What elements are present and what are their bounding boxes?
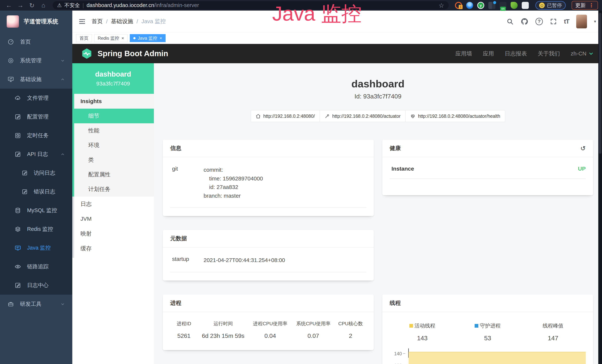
tab-home[interactable]: 首页 <box>76 34 92 42</box>
sba-nav-applications[interactable]: 应用 <box>483 50 494 57</box>
browser-home-icon[interactable]: ⌂ <box>39 2 48 9</box>
tab-java-monitor[interactable]: Java 监控 × <box>130 34 166 42</box>
sidebar-item-log-center[interactable]: 日志中心 <box>0 276 72 295</box>
threads-card-title: 线程 <box>390 299 401 307</box>
system-cpu: 0.07 <box>292 332 335 339</box>
help-icon[interactable]: ? <box>536 18 543 25</box>
metadata-row-label: startup <box>170 256 204 265</box>
sba-brand[interactable]: Spring Boot Admin <box>81 48 168 60</box>
sidebar-item-api-log[interactable]: API 日志 <box>0 145 72 163</box>
chevron-down-icon <box>60 58 65 63</box>
live-threads-area-series <box>409 352 586 364</box>
extension-pin-icon[interactable] <box>466 2 473 9</box>
hamburger-icon[interactable] <box>78 18 86 25</box>
sidebar-item-mysql[interactable]: MySQL 监控 <box>0 201 72 220</box>
page-scrollbar-thumb[interactable] <box>599 13 602 154</box>
browser-back-icon[interactable]: ← <box>4 2 14 9</box>
fullscreen-icon[interactable] <box>550 18 557 25</box>
process-table: 进程ID 运行时间 进程CPU使用率 系统CPU使用率 CPU核心数 5261 … <box>170 321 366 339</box>
status-badge: UP <box>578 166 586 172</box>
browser-menu-kebab-icon[interactable]: ⋮ <box>589 2 594 9</box>
close-icon[interactable]: × <box>121 36 124 40</box>
browser-reload-icon[interactable]: ↻ <box>27 2 37 9</box>
sidebar-item-access-log[interactable]: 访问日志 <box>0 163 72 182</box>
extension-y-icon[interactable]: y <box>477 2 484 9</box>
process-card-title: 进程 <box>170 299 181 307</box>
yellow-legend-swatch <box>409 324 413 328</box>
sidebar-item-system[interactable]: 系统管理 <box>0 51 72 70</box>
app-logo: 芋道管理系统 <box>0 11 72 32</box>
cpu-cores: 2 <box>335 332 366 339</box>
blue-legend-swatch <box>475 324 478 328</box>
screen: ← → ↻ ⌂ ⚠ 不安全 | dashboard.yudao.iocoder.… <box>0 0 602 364</box>
extension-c-icon[interactable]: 1 <box>455 2 462 9</box>
user-caret-icon[interactable]: ▾ <box>594 19 596 24</box>
breadcrumb-separator: / <box>137 18 138 25</box>
address-bar[interactable]: ⚠ 不安全 | dashboard.yudao.iocoder.cn/infra… <box>53 1 449 10</box>
close-icon[interactable]: × <box>160 36 162 40</box>
threads-legend: 活动线程 143 守护进程 53 线程峰值 <box>390 322 586 342</box>
sba-nav-about[interactable]: 关于我们 <box>538 50 560 57</box>
sidebar-item-infra[interactable]: 基础设施 <box>0 70 72 89</box>
breadcrumb-current: Java 监控 <box>141 18 166 25</box>
endpoint-health-link[interactable]: http://192.168.0.2:48080/actuator/health <box>405 110 505 122</box>
admin-sidebar: 芋道管理系统 首页 系统管理 基础设施 文件管理 <box>0 11 72 364</box>
user-avatar[interactable] <box>576 15 587 28</box>
sba-navbar: Spring Boot Admin 应用墙 应用 日志报表 关于我们 zh-CN <box>72 44 602 63</box>
spring-boot-admin: Spring Boot Admin 应用墙 应用 日志报表 关于我们 zh-CN <box>72 44 602 364</box>
sidebar-item-tracing[interactable]: 链路追踪 <box>0 257 72 276</box>
sidebar-item-config[interactable]: 配置管理 <box>0 107 72 126</box>
breadcrumb-infra[interactable]: 基础设施 <box>111 18 133 25</box>
extension-leaf-icon[interactable] <box>511 2 518 9</box>
browser-forward-icon[interactable]: → <box>16 2 25 9</box>
edit-square-icon <box>14 114 21 120</box>
not-secure-warning-icon: ⚠ <box>57 2 62 8</box>
tab-redis-monitor[interactable]: Redis 监控 × <box>94 34 128 42</box>
sidebar-item-java-monitor[interactable]: Java 监控 <box>0 238 72 257</box>
sba-nav-wallboard[interactable]: 应用墙 <box>455 50 472 57</box>
sba-content: dashboard Id: 93a3fc7f7409 http://192.16… <box>154 63 602 364</box>
endpoint-home-link[interactable]: http://192.168.0.2:48080/ <box>251 110 320 122</box>
breadcrumb-home[interactable]: 首页 <box>92 18 103 25</box>
process-col-header: CPU核心数 <box>335 321 366 327</box>
history-icon[interactable]: ↺ <box>580 145 586 152</box>
sba-nav-links: 应用墙 应用 日志报表 关于我们 zh-CN <box>455 50 593 57</box>
extension-switch-icon[interactable]: on <box>499 2 506 9</box>
extension-grid-icon[interactable] <box>488 2 495 9</box>
sba-item-metrics[interactable]: 性能 <box>72 123 154 138</box>
sidebar-item-dev-tools[interactable]: 研发工具 <box>0 295 72 313</box>
extensions-puzzle-icon[interactable] <box>522 2 529 9</box>
endpoint-actuator-link[interactable]: http://192.168.0.2:48080/actuator <box>320 110 406 122</box>
sba-item-jvm[interactable]: JVM <box>72 211 154 226</box>
monitor-icon <box>7 76 14 83</box>
font-size-icon[interactable]: tT <box>564 18 569 25</box>
paused-pill[interactable]: ☺ 已暂停 <box>536 1 566 10</box>
sidebar-scrollbar[interactable] <box>72 197 74 258</box>
sba-nav-journal[interactable]: 日志报表 <box>505 50 527 57</box>
sba-item-caches[interactable]: 缓存 <box>72 241 154 256</box>
chevron-down-icon <box>589 51 593 56</box>
sidebar-item-files[interactable]: 文件管理 <box>0 89 72 107</box>
threads-card: 线程 活动线程 143 守护进程 <box>382 294 593 364</box>
sba-item-scheduled-tasks[interactable]: 计划任务 <box>72 182 154 197</box>
breadcrumb: 首页 / 基础设施 / Java 监控 <box>92 18 166 25</box>
sba-item-classes[interactable]: 类 <box>72 153 154 167</box>
sba-item-logs[interactable]: 日志 <box>72 197 154 211</box>
process-col-header: 系统CPU使用率 <box>292 321 335 327</box>
search-icon[interactable] <box>506 18 514 25</box>
github-icon[interactable] <box>521 18 528 25</box>
sidebar-item-jobs[interactable]: 定时任务 <box>0 126 72 145</box>
sba-item-environment[interactable]: 环境 <box>72 138 154 153</box>
sidebar-item-error-log[interactable]: 错误日志 <box>0 182 72 201</box>
sba-item-mappings[interactable]: 映射 <box>72 226 154 241</box>
sba-locale-select[interactable]: zh-CN <box>571 50 593 57</box>
page-scrollbar[interactable] <box>598 11 602 364</box>
sba-item-config-props[interactable]: 配置属性 <box>72 167 154 182</box>
update-button[interactable]: 更新 ⋮ <box>572 1 598 10</box>
home-icon <box>256 114 261 119</box>
bookmark-star-icon[interactable]: ☆ <box>439 2 444 9</box>
wrench-icon <box>325 114 330 119</box>
sidebar-item-redis[interactable]: Redis 监控 <box>0 220 72 238</box>
sidebar-item-home[interactable]: 首页 <box>0 32 72 51</box>
sba-item-details[interactable]: 细节 <box>72 109 154 123</box>
